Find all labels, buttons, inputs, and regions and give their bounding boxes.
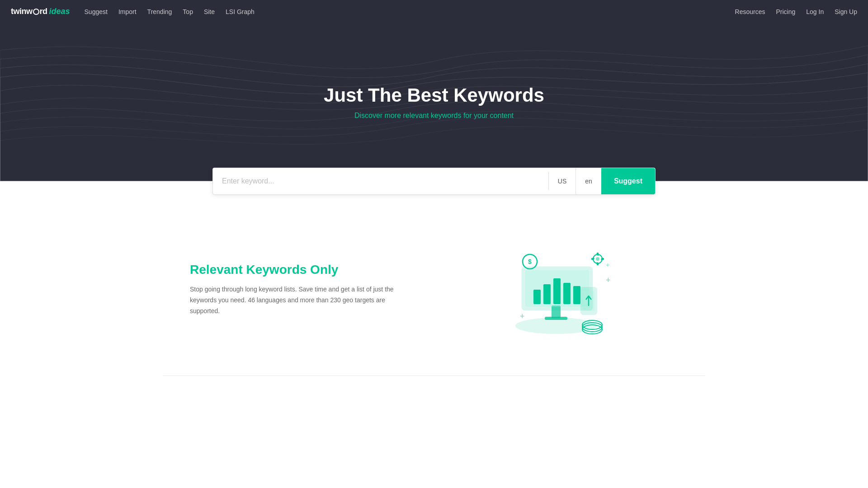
svg-point-16 <box>596 257 599 261</box>
navbar: twinwrd ideas Suggest Import Trending To… <box>0 0 868 23</box>
nav-site[interactable]: Site <box>204 8 215 15</box>
nav-import[interactable]: Import <box>118 8 137 15</box>
search-box: US en Suggest <box>212 168 656 195</box>
navbar-right: Resources Pricing Log In Sign Up <box>735 8 857 15</box>
gear-icon <box>591 253 604 265</box>
svg-rect-5 <box>533 290 541 304</box>
svg-text:+: + <box>606 276 611 285</box>
svg-rect-24 <box>596 253 599 256</box>
nav-top[interactable]: Top <box>183 8 193 15</box>
svg-rect-23 <box>596 262 599 265</box>
feature-text: Relevant Keywords Only Stop going throug… <box>190 263 407 316</box>
feature-description: Stop going through long keyword lists. S… <box>190 284 407 316</box>
hero-section: Just The Best Keywords Discover more rel… <box>0 23 868 181</box>
svg-text:+: + <box>520 312 525 321</box>
svg-text:+: + <box>606 261 609 268</box>
svg-text:$: $ <box>528 258 532 265</box>
nav-lsi-graph[interactable]: LSI Graph <box>226 8 255 15</box>
nav-suggest[interactable]: Suggest <box>85 8 108 15</box>
navbar-left: twinwrd ideas Suggest Import Trending To… <box>11 7 255 16</box>
svg-rect-21 <box>601 258 604 261</box>
hero-title: Just The Best Keywords <box>324 84 544 106</box>
features-section: Relevant Keywords Only Stop going throug… <box>163 231 705 348</box>
nav-signup[interactable]: Sign Up <box>835 8 857 15</box>
svg-rect-9 <box>573 286 580 304</box>
svg-rect-22 <box>591 257 594 260</box>
section-divider <box>163 375 705 376</box>
nav-login[interactable]: Log In <box>806 8 824 15</box>
logo-ideas: ideas <box>49 7 70 16</box>
analytics-illustration: $ + + + <box>497 231 615 348</box>
suggest-button[interactable]: Suggest <box>601 168 655 194</box>
hero-subtitle: Discover more relevant keywords for your… <box>354 112 514 120</box>
nav-pricing[interactable]: Pricing <box>776 8 795 15</box>
logo[interactable]: twinwrd ideas <box>11 7 70 16</box>
svg-rect-8 <box>563 283 571 304</box>
feature-title: Relevant Keywords Only <box>190 263 407 277</box>
svg-rect-7 <box>553 278 561 304</box>
search-section: US en Suggest <box>0 168 868 195</box>
nav-trending[interactable]: Trending <box>147 8 172 15</box>
svg-rect-6 <box>543 284 551 304</box>
svg-rect-2 <box>545 317 567 320</box>
feature-illustration: $ + + + <box>434 231 678 348</box>
logo-text: twinwrd <box>11 7 47 16</box>
nav-resources[interactable]: Resources <box>735 8 765 15</box>
main-nav: Suggest Import Trending Top Site LSI Gra… <box>85 8 255 16</box>
svg-point-0 <box>515 318 597 334</box>
keyword-search-input[interactable] <box>213 177 548 185</box>
language-selector[interactable]: en <box>576 168 601 194</box>
country-selector[interactable]: US <box>549 168 576 194</box>
